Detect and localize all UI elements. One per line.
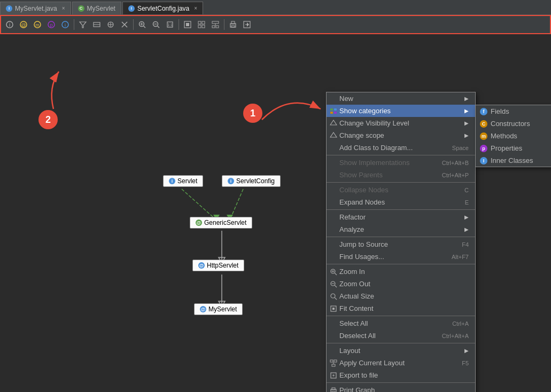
menu-sep-1 <box>327 155 475 155</box>
submenu-item-fields[interactable]: f Fields <box>476 105 551 117</box>
menu-item-apply-layout[interactable]: Apply Current Layout F5 <box>327 357 475 369</box>
svg-rect-54 <box>334 108 337 111</box>
svg-line-23 <box>158 26 160 28</box>
menu-shortcut-collapse-nodes: C <box>464 187 469 193</box>
svg-rect-33 <box>212 21 219 23</box>
fit-content-icon <box>330 305 337 312</box>
svg-text:i: i <box>65 22 66 28</box>
node-icon-servletconfig: i <box>228 178 234 184</box>
toolbar-cross-btn[interactable] <box>118 18 131 31</box>
tab-bar: i MyServlet.java × C MyServlet i Servlet… <box>0 0 551 15</box>
menu-shortcut-expand-nodes: E <box>465 199 469 206</box>
zoom-out-icon <box>330 280 337 288</box>
svg-line-43 <box>182 189 216 220</box>
submenu-item-methods[interactable]: m Methods <box>476 130 551 142</box>
svg-rect-35 <box>216 26 219 28</box>
menu-label-collapse-nodes: Collapse Nodes <box>339 186 389 194</box>
toolbar-zoom-out-btn[interactable] <box>150 18 162 31</box>
tab-myservlet-java[interactable]: i MyServlet.java × <box>0 2 71 14</box>
toolbar-filter-btn[interactable] <box>76 18 89 31</box>
menu-item-layout[interactable]: Layout ▶ <box>327 344 475 357</box>
toolbar-actual-size-btn[interactable]: 1:1 <box>164 18 176 31</box>
toolbar-btn-2[interactable]: @ <box>17 18 30 31</box>
menu-arrow-new: ▶ <box>464 96 469 101</box>
submenu-icon-methods: m <box>480 132 487 140</box>
menu-item-find-usages[interactable]: Find Usages... Alt+F7 <box>327 250 475 263</box>
menu-shortcut-deselect-all: Ctrl+Alt+A <box>442 333 469 339</box>
svg-line-67 <box>335 297 337 300</box>
menu-shortcut-show-parents: Ctrl+Alt+P <box>442 172 469 178</box>
toolbar-btn-4[interactable]: p <box>45 18 58 31</box>
annotation-circle-1: 1 <box>243 104 262 123</box>
change-scope-icon <box>330 132 337 139</box>
show-categories-icon <box>330 107 337 115</box>
zoom-in-icon <box>330 268 337 276</box>
toolbar-sep-4 <box>224 19 224 30</box>
svg-line-60 <box>335 273 337 275</box>
toolbar-fit-btn[interactable] <box>181 18 194 31</box>
node-genericservlet[interactable]: @ GenericServlet <box>190 217 252 229</box>
menu-item-select-all[interactable]: Select All Ctrl+A <box>327 317 475 330</box>
menu-item-change-visibility[interactable]: Change Visibility Level ▶ <box>327 117 475 129</box>
menu-item-change-scope[interactable]: Change scope ▶ <box>327 129 475 142</box>
menu-label-fit-content: Fit Content <box>339 304 374 312</box>
menu-item-zoom-in[interactable]: Zoom In <box>327 265 475 278</box>
menu-item-add-class[interactable]: Add Class to Diagram... Space <box>327 142 475 154</box>
node-servlet[interactable]: i Servlet <box>163 175 203 187</box>
toolbar-btn-1[interactable]: i <box>3 18 16 31</box>
menu-item-new[interactable]: New ▶ <box>327 92 475 105</box>
menu-item-export-to-file[interactable]: Export to file <box>327 369 475 381</box>
menu-item-jump-to-source[interactable]: Jump to Source F4 <box>327 238 475 250</box>
node-icon-servlet: i <box>169 178 175 184</box>
annotation-label-2: 2 <box>45 114 51 126</box>
submenu-item-constructors[interactable]: C Constructors <box>476 117 551 130</box>
tab-servletconfig-java[interactable]: i ServletConfig.java × <box>122 2 203 14</box>
toolbar-layout-btn[interactable] <box>209 18 222 31</box>
menu-label-show-categories: Show categories <box>339 107 391 115</box>
tab-close-servletconfig-java[interactable]: × <box>194 5 197 11</box>
menu-item-refactor[interactable]: Refactor ▶ <box>327 211 475 223</box>
svg-line-19 <box>144 26 146 28</box>
menu-label-deselect-all: Deselect All <box>339 332 376 340</box>
node-label-genericservlet: GenericServlet <box>204 219 246 226</box>
toolbar-print-btn[interactable] <box>227 18 239 31</box>
svg-rect-53 <box>330 108 333 111</box>
toolbar-zoom-in-btn[interactable] <box>136 18 149 31</box>
toolbar-visibility-btn[interactable] <box>90 18 103 31</box>
menu-item-actual-size[interactable]: Actual Size <box>327 290 475 302</box>
toolbar-btn-3[interactable]: m <box>31 18 44 31</box>
menu-label-new: New <box>339 95 353 103</box>
menu-item-analyze[interactable]: Analyze ▶ <box>327 223 475 236</box>
menu-item-fit-content[interactable]: Fit Content <box>327 302 475 315</box>
menu-label-analyze: Analyze <box>339 225 364 233</box>
node-servletconfig[interactable]: i ServletConfig <box>222 175 281 187</box>
apply-layout-icon <box>330 359 337 367</box>
menu-item-zoom-out[interactable]: Zoom Out <box>327 278 475 290</box>
toolbar-btn-5[interactable]: i <box>59 18 72 31</box>
node-httpservlet[interactable]: @ HttpServlet <box>192 260 244 271</box>
submenu-label-inner-classes: Inner Classes <box>491 156 533 164</box>
menu-arrow-layout: ▶ <box>464 348 469 354</box>
toolbar-scope-btn[interactable] <box>104 18 117 31</box>
menu-item-show-categories[interactable]: Show categories ▶ f Fields C Constructor… <box>327 105 475 117</box>
menu-arrow-change-visibility: ▶ <box>464 120 469 126</box>
svg-text:1:1: 1:1 <box>167 23 173 27</box>
menu-label-layout: Layout <box>339 347 360 355</box>
tab-myservlet[interactable]: C MyServlet <box>72 2 121 14</box>
svg-rect-39 <box>231 26 235 27</box>
node-icon-httpservlet: @ <box>198 262 205 269</box>
submenu-item-properties[interactable]: p Properties <box>476 142 551 154</box>
toolbar-sep-3 <box>179 19 179 30</box>
tab-close-myservlet-java[interactable]: × <box>62 5 65 11</box>
menu-item-print-graph[interactable]: Print Graph <box>327 384 475 392</box>
toolbar-export-btn[interactable] <box>240 18 253 31</box>
toolbar-sep-2 <box>133 19 134 30</box>
toolbar-grid-btn[interactable] <box>195 18 208 31</box>
menu-item-expand-nodes[interactable]: Expand Nodes E <box>327 196 475 208</box>
node-label-httpservlet: HttpServlet <box>207 262 238 269</box>
node-myservlet[interactable]: @ MyServlet <box>194 303 243 315</box>
menu-shortcut-apply-layout: F5 <box>462 360 469 366</box>
submenu-item-inner-classes[interactable]: I Inner Classes <box>476 154 551 167</box>
svg-rect-32 <box>202 25 205 28</box>
menu-item-deselect-all[interactable]: Deselect All Ctrl+Alt+A <box>327 330 475 342</box>
